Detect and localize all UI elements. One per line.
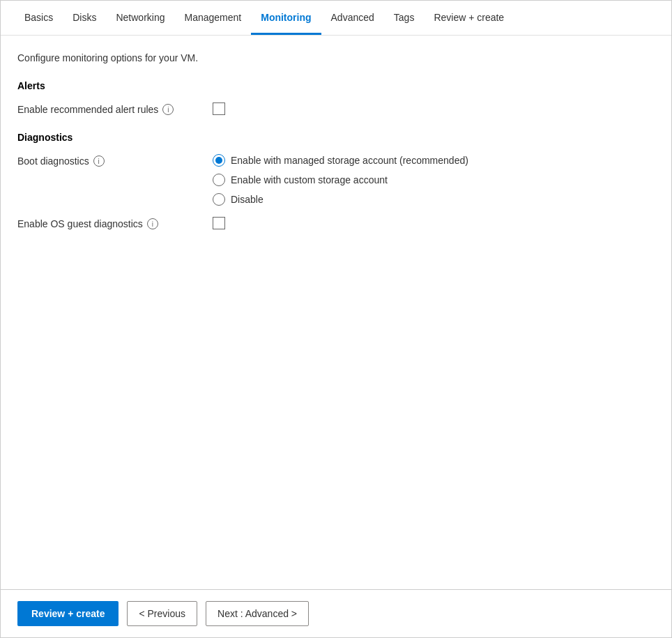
alert-rules-info-icon[interactable]: i bbox=[162, 104, 174, 115]
tab-networking[interactable]: Networking bbox=[106, 1, 174, 35]
next-advanced-button[interactable]: Next : Advanced > bbox=[206, 601, 309, 626]
radio-disable-label: Disable bbox=[231, 194, 264, 205]
azure-vm-create-window: Basics Disks Networking Management Monit… bbox=[0, 0, 672, 638]
radio-disable-circle[interactable] bbox=[213, 193, 225, 206]
radio-managed[interactable]: Enable with managed storage account (rec… bbox=[213, 154, 468, 167]
page-description: Configure monitoring options for your VM… bbox=[17, 52, 655, 63]
boot-diagnostics-info-icon[interactable]: i bbox=[93, 155, 105, 167]
os-guest-label: Enable OS guest diagnostics i bbox=[17, 217, 213, 229]
alert-rules-label: Enable recommended alert rules i bbox=[17, 102, 213, 115]
tab-tags[interactable]: Tags bbox=[384, 1, 425, 35]
boot-diagnostics-label: Boot diagnostics i bbox=[17, 154, 213, 167]
footer: Review + create < Previous Next : Advanc… bbox=[1, 589, 671, 637]
alert-rules-row: Enable recommended alert rules i bbox=[17, 102, 655, 115]
tab-bar: Basics Disks Networking Management Monit… bbox=[1, 1, 671, 36]
radio-managed-circle[interactable] bbox=[213, 154, 225, 167]
tab-advanced[interactable]: Advanced bbox=[321, 1, 384, 35]
os-guest-checkbox[interactable] bbox=[213, 217, 225, 229]
alert-rules-control bbox=[213, 102, 225, 115]
boot-diagnostics-control: Enable with managed storage account (rec… bbox=[213, 154, 468, 206]
tab-review-create[interactable]: Review + create bbox=[424, 1, 514, 35]
tab-basics[interactable]: Basics bbox=[15, 1, 63, 35]
diagnostics-section: Diagnostics Boot diagnostics i Enable wi… bbox=[17, 132, 655, 229]
radio-custom[interactable]: Enable with custom storage account bbox=[213, 174, 388, 186]
os-guest-info-icon[interactable]: i bbox=[147, 218, 158, 229]
review-create-button[interactable]: Review + create bbox=[17, 601, 119, 626]
os-guest-row: Enable OS guest diagnostics i bbox=[17, 217, 655, 229]
radio-custom-circle[interactable] bbox=[213, 174, 225, 186]
tab-monitoring[interactable]: Monitoring bbox=[251, 1, 321, 35]
tab-disks[interactable]: Disks bbox=[63, 1, 106, 35]
radio-disable[interactable]: Disable bbox=[213, 193, 264, 206]
alerts-section: Alerts Enable recommended alert rules i bbox=[17, 80, 655, 115]
content-area: Configure monitoring options for your VM… bbox=[1, 36, 671, 589]
boot-diagnostics-row: Boot diagnostics i Enable with managed s… bbox=[17, 154, 655, 206]
radio-custom-label: Enable with custom storage account bbox=[231, 174, 388, 185]
radio-managed-label: Enable with managed storage account (rec… bbox=[231, 155, 468, 166]
tab-management[interactable]: Management bbox=[175, 1, 252, 35]
alert-rules-checkbox[interactable] bbox=[213, 102, 225, 115]
alerts-title: Alerts bbox=[17, 80, 655, 91]
previous-button[interactable]: < Previous bbox=[127, 601, 197, 626]
os-guest-control bbox=[213, 217, 225, 229]
diagnostics-title: Diagnostics bbox=[17, 132, 655, 143]
